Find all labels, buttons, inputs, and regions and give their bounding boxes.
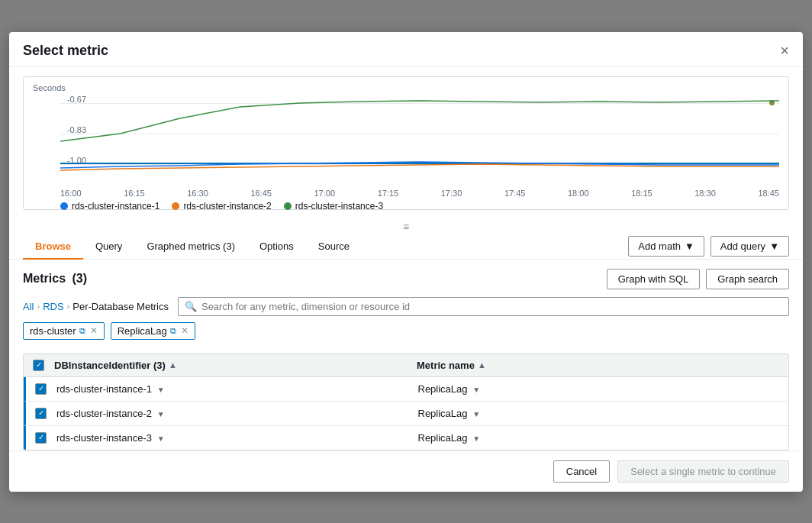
db-dropdown-icon-2[interactable]: ▼ [157, 434, 165, 443]
search-input[interactable] [201, 301, 782, 312]
cell-db-2: rds-cluster-instance-3 ▼ [56, 432, 418, 444]
breadcrumb-all[interactable]: All [23, 301, 34, 312]
sort-icon-db[interactable]: ▲ [169, 360, 177, 370]
search-icon: 🔍 [185, 301, 197, 312]
breadcrumb-sep-2: › [67, 302, 70, 311]
filter-tag-value-0: rds-cluster [30, 325, 76, 337]
breadcrumb-per-db: Per-Database Metrics [72, 301, 169, 312]
tab-source[interactable]: Source [306, 234, 362, 260]
legend-item-2: rds-cluster-instance-3 [284, 201, 383, 211]
chart-legend: rds-cluster-instance-1 rds-cluster-insta… [33, 198, 779, 213]
x-label-8: 18:00 [568, 189, 589, 198]
graph-with-sql-button[interactable]: Graph with SQL [607, 269, 701, 289]
add-query-label: Add query [720, 241, 765, 252]
x-label-0: 16:00 [60, 189, 82, 198]
tab-query[interactable]: Query [83, 234, 134, 260]
row-checkbox-2[interactable]: ✓ [35, 432, 47, 444]
table-row[interactable]: ✓ rds-cluster-instance-1 ▼ ReplicaLag ▼ [24, 377, 788, 402]
table-row[interactable]: ✓ rds-cluster-instance-2 ▼ ReplicaLag ▼ [24, 402, 788, 426]
add-query-button[interactable]: Add query ▼ [710, 236, 789, 257]
legend-label-0: rds-cluster-instance-1 [72, 201, 160, 211]
th-db: DBInstanceIdentifier (3) ▲ [54, 360, 417, 371]
legend-dot-1 [172, 202, 179, 210]
select-single-metric-button: Select a single metric to continue [617, 460, 789, 483]
filter-tag-remove-1[interactable]: ✕ [181, 325, 188, 336]
breadcrumb: All › RDS › Per-Database Metrics [23, 301, 169, 312]
header-checkmark: ✓ [36, 361, 42, 369]
tab-graphed-metrics[interactable]: Graphed metrics (3) [134, 234, 247, 260]
table-row[interactable]: ✓ rds-cluster-instance-3 ▼ ReplicaLag ▼ [24, 426, 788, 450]
close-button[interactable]: × [780, 43, 789, 58]
legend-label-1: rds-cluster-instance-2 [183, 201, 271, 211]
x-label-7: 17:45 [504, 189, 526, 198]
sort-icon-metric[interactable]: ▲ [478, 360, 486, 370]
x-label-2: 16:30 [187, 189, 208, 198]
cell-metric-2: ReplicaLag ▼ [418, 432, 780, 444]
tab-options[interactable]: Options [247, 234, 306, 260]
row-checkbox-0[interactable]: ✓ [35, 383, 47, 395]
x-label-5: 17:15 [378, 189, 399, 198]
breadcrumb-sep-1: › [37, 302, 40, 311]
x-label-10: 18:30 [694, 189, 716, 198]
drag-handle: ≡ [9, 219, 803, 234]
x-label-3: 16:45 [250, 189, 272, 198]
search-box[interactable]: 🔍 [178, 297, 789, 316]
modal-title: Select metric [23, 43, 108, 59]
th-metric: Metric name ▲ [417, 360, 779, 371]
chart-grid: -0.67 -0.83 -1.00 [33, 95, 779, 187]
legend-item-0: rds-cluster-instance-1 [60, 201, 160, 211]
row-check-0: ✓ [35, 383, 56, 395]
metric-dropdown-icon-0[interactable]: ▼ [472, 386, 480, 394]
legend-dot-2 [284, 202, 292, 210]
add-math-button[interactable]: Add math ▼ [628, 236, 704, 257]
header-checkbox[interactable]: ✓ [33, 360, 44, 371]
filter-tags: rds-cluster ⧉ ✕ ReplicaLag ⧉ ✕ [23, 322, 789, 340]
row-check-2: ✓ [35, 432, 56, 444]
metric-dropdown-icon-2[interactable]: ▼ [472, 434, 480, 443]
row-checkbox-1[interactable]: ✓ [35, 408, 47, 419]
add-math-chevron-icon: ▼ [685, 241, 694, 252]
table-header: ✓ DBInstanceIdentifier (3) ▲ Metric name… [24, 354, 788, 377]
x-label-6: 17:30 [441, 189, 462, 198]
add-math-label: Add math [638, 241, 681, 252]
row-checkmark-0: ✓ [38, 385, 44, 392]
tabs-actions: Add math ▼ Add query ▼ [628, 236, 789, 257]
cell-db-1: rds-cluster-instance-2 ▼ [56, 408, 418, 419]
tabs-bar: Browse Query Graphed metrics (3) Options… [9, 234, 803, 260]
x-label-9: 18:15 [631, 189, 652, 198]
cancel-button[interactable]: Cancel [553, 460, 610, 483]
legend-label-2: rds-cluster-instance-3 [295, 201, 383, 211]
chart-x-axis: 16:00 16:15 16:30 16:45 17:00 17:15 17:3… [33, 189, 779, 198]
cell-db-0: rds-cluster-instance-1 ▼ [56, 383, 418, 395]
breadcrumb-search: All › RDS › Per-Database Metrics 🔍 [23, 297, 789, 316]
row-checkmark-1: ✓ [38, 409, 44, 417]
filter-tag-link-icon-1[interactable]: ⧉ [170, 326, 176, 336]
filter-tag-remove-0[interactable]: ✕ [90, 325, 98, 336]
metrics-header: Metrics (3) Graph with SQL Graph search [23, 269, 789, 289]
filter-tag-link-icon-0[interactable]: ⧉ [79, 326, 85, 336]
row-checkmark-2: ✓ [38, 434, 44, 441]
db-dropdown-icon-1[interactable]: ▼ [157, 410, 165, 418]
modal-footer: Cancel Select a single metric to continu… [9, 450, 803, 492]
cell-metric-1: ReplicaLag ▼ [418, 408, 780, 419]
x-label-11: 18:45 [758, 189, 779, 198]
metrics-title: Metrics (3) [23, 272, 87, 286]
chart-area: Seconds -0.67 -0.83 -1.00 16:00 16:15 [23, 76, 789, 210]
graph-search-button[interactable]: Graph search [706, 269, 789, 289]
row-check-1: ✓ [35, 408, 56, 419]
modal-header: Select metric × [9, 32, 803, 67]
modal: Select metric × Seconds -0.67 -0.83 -1.0… [9, 32, 803, 492]
legend-dot-0 [60, 202, 68, 210]
th-check: ✓ [33, 360, 54, 371]
tab-browse[interactable]: Browse [23, 234, 83, 260]
filter-tag-0: rds-cluster ⧉ ✕ [23, 322, 105, 340]
x-label-4: 17:00 [314, 189, 336, 198]
metric-dropdown-icon-1[interactable]: ▼ [472, 410, 480, 418]
db-dropdown-icon-0[interactable]: ▼ [157, 386, 165, 394]
metrics-section: Metrics (3) Graph with SQL Graph search … [9, 260, 803, 354]
chart-svg [60, 95, 779, 187]
x-label-1: 16:15 [124, 189, 145, 198]
metrics-actions: Graph with SQL Graph search [607, 269, 789, 289]
breadcrumb-rds[interactable]: RDS [43, 301, 63, 312]
add-query-chevron-icon: ▼ [769, 241, 779, 252]
